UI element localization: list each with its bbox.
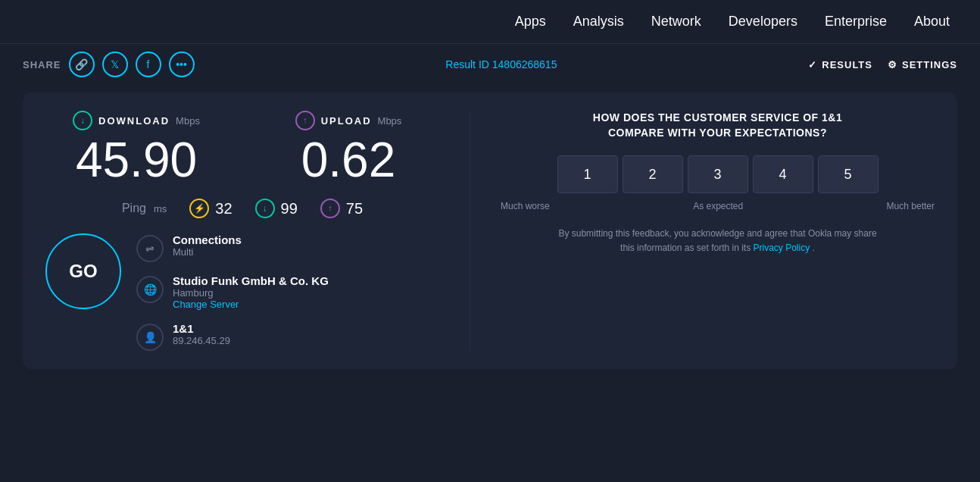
connections-content: Connections Multi xyxy=(173,233,242,258)
settings-label: SETTINGS xyxy=(902,59,957,70)
user-ip: 89.246.45.29 xyxy=(173,335,230,346)
settings-gear-icon: ⚙ xyxy=(888,59,897,70)
ping-unit: ms xyxy=(154,203,167,214)
globe-icon: 🌐 xyxy=(136,276,164,303)
share-label: SHARE xyxy=(23,59,61,70)
download-unit: Mbps xyxy=(176,115,200,127)
rating-4-button[interactable]: 4 xyxy=(753,155,813,193)
results-label: RESULTS xyxy=(822,59,872,70)
rating-2-button[interactable]: 2 xyxy=(623,155,683,193)
feedback-disclaimer: By submitting this feedback, you acknowl… xyxy=(551,227,885,255)
disclaimer-text: By submitting this feedback, you acknowl… xyxy=(558,228,876,253)
left-panel: ↓ DOWNLOAD Mbps 45.90 ↑ UPLOAD Mbps 0.62… xyxy=(45,111,439,351)
download-label-row: ↓ DOWNLOAD Mbps xyxy=(45,111,227,130)
download-value: 45.90 xyxy=(45,133,227,186)
share-bar: SHARE 🔗 𝕏 f ••• Result ID 14806268615 ✓ … xyxy=(0,44,980,85)
nav-enterprise[interactable]: Enterprise xyxy=(825,14,887,30)
upload-label: UPLOAD xyxy=(321,115,372,127)
upload-block: ↑ UPLOAD Mbps 0.62 xyxy=(257,111,439,186)
result-id-label: Result ID xyxy=(445,58,489,70)
feedback-title: HOW DOES THE CUSTOMER SERVICE OF 1&1 COM… xyxy=(593,111,842,140)
upload-icon: ↑ xyxy=(295,111,315,130)
rating-label-much-better: Much better xyxy=(887,201,935,211)
share-twitter-icon[interactable]: 𝕏 xyxy=(102,52,128,77)
settings-button[interactable]: ⚙ SETTINGS xyxy=(888,59,957,70)
download-block: ↓ DOWNLOAD Mbps 45.90 xyxy=(45,111,227,186)
nav-about[interactable]: About xyxy=(914,14,950,30)
download-ping-item: ↓ 99 xyxy=(255,199,298,218)
nav-developers[interactable]: Developers xyxy=(729,14,797,30)
rating-5-button[interactable]: 5 xyxy=(818,155,879,193)
connections-value: Multi xyxy=(173,246,242,258)
rating-3-button[interactable]: 3 xyxy=(688,155,748,193)
ping-row: Ping ms ⚡ 32 ↓ 99 ↑ 75 xyxy=(45,199,439,218)
share-right: ✓ RESULTS ⚙ SETTINGS xyxy=(808,59,957,70)
isp-city: Hamburg xyxy=(173,287,329,299)
jitter-icon: ⚡ xyxy=(189,199,209,218)
results-button[interactable]: ✓ RESULTS xyxy=(808,59,872,70)
connections-icon: ⇌ xyxy=(136,235,164,262)
download-icon: ↓ xyxy=(73,111,92,130)
upload-ping-value: 75 xyxy=(346,200,363,218)
rating-1-button[interactable]: 1 xyxy=(557,155,618,193)
download-label: DOWNLOAD xyxy=(98,115,170,127)
result-id-container: Result ID 14806268615 xyxy=(445,58,557,70)
ping-label-container: Ping ms xyxy=(122,202,167,215)
panel-divider xyxy=(470,111,470,351)
upload-unit: Mbps xyxy=(378,115,402,127)
upload-value: 0.62 xyxy=(257,133,439,186)
bottom-info: GO ⇌ Connections Multi 🌐 Studio Funk Gmb… xyxy=(45,233,439,351)
nav-apps[interactable]: Apps xyxy=(515,14,546,30)
feedback-panel: HOW DOES THE CUSTOMER SERVICE OF 1&1 COM… xyxy=(501,111,935,351)
top-navigation: Apps Analysis Network Developers Enterpr… xyxy=(0,0,980,44)
results-check-icon: ✓ xyxy=(808,59,817,70)
server-info: ⇌ Connections Multi 🌐 Studio Funk GmbH &… xyxy=(136,233,439,351)
rating-label-much-worse: Much worse xyxy=(501,201,550,211)
go-button[interactable]: GO xyxy=(45,233,121,309)
download-ping-value: 99 xyxy=(281,200,298,218)
change-server-link[interactable]: Change Server xyxy=(173,299,329,310)
upload-label-row: ↑ UPLOAD Mbps xyxy=(257,111,439,130)
main-card: ↓ DOWNLOAD Mbps 45.90 ↑ UPLOAD Mbps 0.62… xyxy=(23,92,957,369)
user-item: 👤 1&1 89.246.45.29 xyxy=(136,322,439,351)
isp-content: Studio Funk GmbH & Co. KG Hamburg Change… xyxy=(173,274,329,310)
connections-item: ⇌ Connections Multi xyxy=(136,233,439,262)
connections-title: Connections xyxy=(173,233,242,246)
result-id-value[interactable]: 14806268615 xyxy=(492,58,557,70)
user-icon: 👤 xyxy=(136,324,164,351)
speed-row: ↓ DOWNLOAD Mbps 45.90 ↑ UPLOAD Mbps 0.62 xyxy=(45,111,439,186)
share-link-icon[interactable]: 🔗 xyxy=(69,52,95,77)
user-content: 1&1 89.246.45.29 xyxy=(173,322,230,346)
disclaimer-end: . xyxy=(813,243,815,253)
upload-ping-icon: ↑ xyxy=(320,199,340,218)
jitter-item: ⚡ 32 xyxy=(189,199,232,218)
privacy-policy-link[interactable]: Privacy Policy xyxy=(754,243,810,253)
rating-label-as-expected: As expected xyxy=(693,201,743,211)
share-more-icon[interactable]: ••• xyxy=(169,52,195,77)
rating-labels: Much worse As expected Much better xyxy=(501,201,935,211)
share-left: SHARE 🔗 𝕏 f ••• xyxy=(23,52,195,77)
nav-network[interactable]: Network xyxy=(651,14,701,30)
user-label: 1&1 xyxy=(173,322,230,335)
isp-item: 🌐 Studio Funk GmbH & Co. KG Hamburg Chan… xyxy=(136,274,439,310)
upload-ping-item: ↑ 75 xyxy=(320,199,363,218)
isp-name: Studio Funk GmbH & Co. KG xyxy=(173,274,329,287)
ping-label: Ping xyxy=(122,202,146,215)
jitter-value: 32 xyxy=(215,200,232,218)
share-facebook-icon[interactable]: f xyxy=(136,52,161,77)
download-ping-icon: ↓ xyxy=(255,199,275,218)
rating-row: 1 2 3 4 5 xyxy=(557,155,879,193)
nav-analysis[interactable]: Analysis xyxy=(573,14,624,30)
